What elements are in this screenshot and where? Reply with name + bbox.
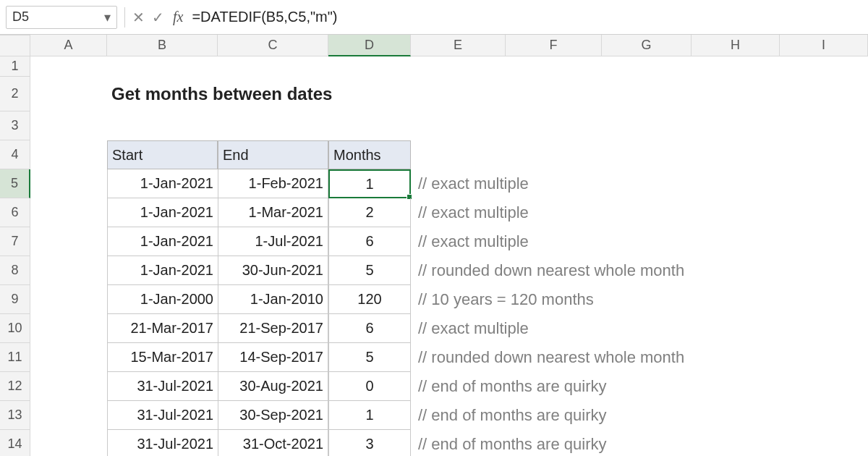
cell-I5[interactable] [780, 169, 868, 198]
cell-I13[interactable] [780, 401, 868, 430]
cell-F14[interactable] [506, 430, 602, 456]
cell-H14[interactable] [692, 430, 780, 456]
cell-F5[interactable] [506, 169, 602, 198]
cell-A14[interactable] [30, 430, 107, 456]
cell-G11[interactable] [602, 343, 692, 372]
cell-H10[interactable] [692, 314, 780, 343]
cell-C4[interactable]: End [218, 140, 328, 169]
row-header-6[interactable]: 6 [0, 198, 30, 227]
row-header-10[interactable]: 10 [0, 314, 30, 343]
cell-E12[interactable]: // end of months are quirky [411, 372, 506, 401]
cell-B10[interactable]: 21-Mar-2017 [107, 314, 218, 343]
cell-F4[interactable] [506, 140, 602, 169]
cell-D2[interactable] [328, 77, 411, 111]
cell-C6[interactable]: 1-Mar-2021 [218, 198, 328, 227]
cell-C2[interactable] [218, 77, 328, 111]
cell-I4[interactable] [780, 140, 868, 169]
row-header-13[interactable]: 13 [0, 401, 30, 430]
cell-H1[interactable] [692, 56, 780, 77]
cell-F8[interactable] [506, 256, 602, 285]
cell-F6[interactable] [506, 198, 602, 227]
cell-C3[interactable] [218, 111, 328, 140]
cell-G1[interactable] [602, 56, 692, 77]
cell-A1[interactable] [30, 56, 107, 77]
cell-A5[interactable] [30, 169, 107, 198]
cell-I11[interactable] [780, 343, 868, 372]
cell-D11[interactable]: 5 [328, 343, 411, 372]
cell-C13[interactable]: 30-Sep-2021 [218, 401, 328, 430]
cell-B5[interactable]: 1-Jan-2021 [107, 169, 218, 198]
cell-G9[interactable] [602, 285, 692, 314]
name-box[interactable]: D5 ▾ [6, 6, 117, 29]
cell-E13[interactable]: // end of months are quirky [411, 401, 506, 430]
cell-D10[interactable]: 6 [328, 314, 411, 343]
cell-D8[interactable]: 5 [328, 256, 411, 285]
cell-H4[interactable] [692, 140, 780, 169]
cell-C14[interactable]: 31-Oct-2021 [218, 430, 328, 456]
col-header-E[interactable]: E [411, 35, 506, 56]
row-header-4[interactable]: 4 [0, 140, 30, 169]
cell-I14[interactable] [780, 430, 868, 456]
cell-F7[interactable] [506, 227, 602, 256]
cell-H9[interactable] [692, 285, 780, 314]
cell-I1[interactable] [780, 56, 868, 77]
cell-D7[interactable]: 6 [328, 227, 411, 256]
cell-I10[interactable] [780, 314, 868, 343]
cell-E8[interactable]: // rounded down nearest whole month [411, 256, 506, 285]
cell-B3[interactable] [107, 111, 218, 140]
row-header-14[interactable]: 14 [0, 430, 30, 456]
cell-C8[interactable]: 30-Jun-2021 [218, 256, 328, 285]
cell-G10[interactable] [602, 314, 692, 343]
col-header-F[interactable]: F [506, 35, 602, 56]
cell-A6[interactable] [30, 198, 107, 227]
cell-G4[interactable] [602, 140, 692, 169]
cell-G8[interactable] [602, 256, 692, 285]
row-header-5[interactable]: 5 [0, 169, 30, 198]
cell-E14[interactable]: // end of months are quirky [411, 430, 506, 456]
cell-G7[interactable] [602, 227, 692, 256]
row-header-3[interactable]: 3 [0, 111, 30, 140]
row-header-11[interactable]: 11 [0, 343, 30, 372]
cell-B6[interactable]: 1-Jan-2021 [107, 198, 218, 227]
cell-F11[interactable] [506, 343, 602, 372]
cell-C9[interactable]: 1-Jan-2010 [218, 285, 328, 314]
cell-G14[interactable] [602, 430, 692, 456]
col-header-A[interactable]: A [30, 35, 107, 56]
cell-A3[interactable] [30, 111, 107, 140]
cancel-icon[interactable]: ✕ [132, 9, 145, 26]
cell-A4[interactable] [30, 140, 107, 169]
row-header-9[interactable]: 9 [0, 285, 30, 314]
cell-I9[interactable] [780, 285, 868, 314]
cell-A13[interactable] [30, 401, 107, 430]
cell-H7[interactable] [692, 227, 780, 256]
cell-F13[interactable] [506, 401, 602, 430]
cell-D9[interactable]: 120 [328, 285, 411, 314]
row-header-2[interactable]: 2 [0, 77, 30, 111]
cell-H11[interactable] [692, 343, 780, 372]
cell-B12[interactable]: 31-Jul-2021 [107, 372, 218, 401]
cell-H3[interactable] [692, 111, 780, 140]
cell-C10[interactable]: 21-Sep-2017 [218, 314, 328, 343]
cell-B13[interactable]: 31-Jul-2021 [107, 401, 218, 430]
cell-G12[interactable] [602, 372, 692, 401]
cell-E1[interactable] [411, 56, 506, 77]
formula-input[interactable] [192, 9, 862, 25]
cell-I12[interactable] [780, 372, 868, 401]
cell-A12[interactable] [30, 372, 107, 401]
cell-G5[interactable] [602, 169, 692, 198]
chevron-down-icon[interactable]: ▾ [104, 9, 111, 25]
cell-I8[interactable] [780, 256, 868, 285]
cell-F10[interactable] [506, 314, 602, 343]
cell-B8[interactable]: 1-Jan-2021 [107, 256, 218, 285]
cell-A9[interactable] [30, 285, 107, 314]
cell-H5[interactable] [692, 169, 780, 198]
cell-C11[interactable]: 14-Sep-2017 [218, 343, 328, 372]
cell-G6[interactable] [602, 198, 692, 227]
cell-E3[interactable] [411, 111, 506, 140]
cell-I7[interactable] [780, 227, 868, 256]
cell-D13[interactable]: 1 [328, 401, 411, 430]
cell-E5[interactable]: // exact multiple [411, 169, 506, 198]
row-header-12[interactable]: 12 [0, 372, 30, 401]
col-header-C[interactable]: C [218, 35, 328, 56]
cell-H8[interactable] [692, 256, 780, 285]
